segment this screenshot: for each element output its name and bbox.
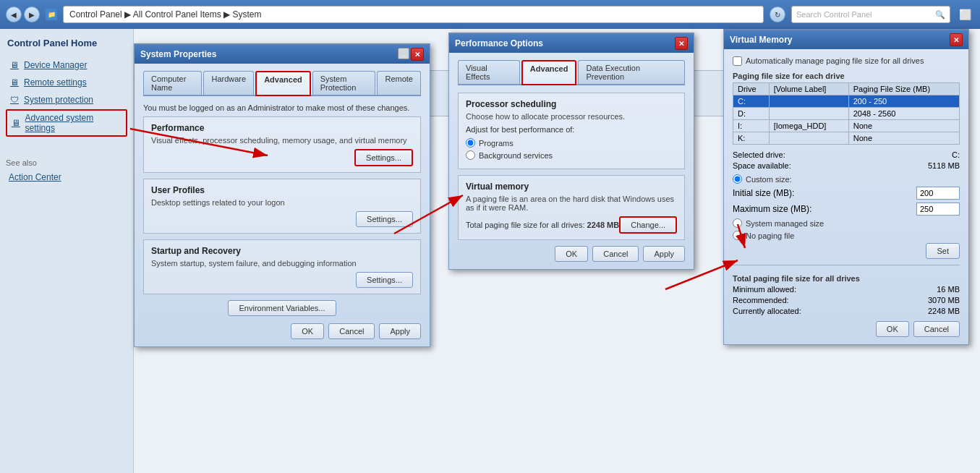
tab-perf-advanced[interactable]: Advanced [521,60,577,85]
sidebar-label-advanced-settings: Advanced system settings [25,113,123,133]
perf-opts-button-row: OK Cancel Apply [458,246,685,262]
virtual-memory-title: Virtual memory [466,182,677,192]
startup-title: Startup and Recovery [151,246,413,256]
drive-row-k[interactable]: K: None [733,132,960,145]
currently-allocated-label: Currently allocated: [733,307,801,315]
min-allowed-row: Minimum allowed: 16 MB [733,285,960,294]
action-center-label: Action Center [9,172,61,182]
sidebar-item-action-center[interactable]: Action Center [6,170,127,184]
user-profiles-desc: Desktop settings related to your logon [151,198,413,207]
sys-props-apply-button[interactable]: Apply [379,323,421,339]
search-box[interactable]: Search Control Panel 🔍 [791,6,950,23]
sys-props-title: System Properties [140,49,216,59]
perf-ok-button[interactable]: OK [555,246,588,262]
forward-button[interactable]: ▶ [24,7,40,22]
drive-k: K: [733,132,770,145]
startup-desc: System startup, system failure, and debu… [151,259,413,268]
initial-size-row: Initial size (MB): [733,187,960,200]
breadcrumb[interactable]: Control Panel ▶ All Control Panel Items … [63,6,764,23]
back-button[interactable]: ◀ [6,7,22,22]
radio-background[interactable] [466,150,475,160]
sidebar-item-device-manager[interactable]: 🖥 Device Manager [6,57,127,73]
title-bar: ◀ ▶ 📁 Control Panel ▶ All Control Panel … [0,0,980,29]
tab-system-protection[interactable]: System Protection [312,71,376,95]
virt-mem-cancel-button[interactable]: Cancel [913,321,960,337]
virtual-memory-dialog: Virtual Memory ✕ Automatically manage pa… [723,29,969,345]
virt-mem-ok-button[interactable]: OK [876,321,909,337]
env-vars-button[interactable]: Environment Variables... [228,300,336,316]
performance-settings-button[interactable]: Settings... [354,149,413,166]
radio-custom-size[interactable] [733,174,742,184]
sidebar-item-advanced-settings[interactable]: 🖥 Advanced system settings [6,109,127,137]
auto-manage-row: Automatically manage paging file size fo… [733,56,960,66]
sidebar-item-system-protection[interactable]: 🛡 System protection [6,92,127,108]
total-paging-label: Total paging file size for all drives: [466,221,584,229]
currently-allocated-value: 2248 MB [928,307,960,315]
paging-size-title: Paging file size for each drive [733,72,960,80]
set-button[interactable]: Set [926,243,960,259]
label-i: [Iomega_HDD] [769,120,848,132]
radio-background-row: Background services [466,150,677,160]
selected-drive-row: Selected drive: C: [733,150,960,159]
refresh-button[interactable]: ↻ [770,7,785,22]
drive-c: C: [733,95,770,108]
virt-mem-close[interactable]: ✕ [950,33,963,46]
size-c: 200 - 250 [848,95,959,108]
min-allowed-value: 16 MB [937,285,960,294]
see-also-label: See also [6,158,127,167]
tab-remote[interactable]: Remote [377,71,421,95]
radio-no-paging[interactable] [733,231,742,240]
user-profiles-settings-button[interactable]: Settings... [356,211,413,227]
min-allowed-label: Minimum allowed: [733,285,796,294]
startup-settings-button[interactable]: Settings... [356,272,413,288]
initial-size-input[interactable] [916,187,960,200]
total-paging-section-title: Total paging file size for all drives [733,274,960,283]
system-properties-dialog: System Properties _ ✕ Computer Name Hard… [134,43,430,347]
drive-row-c[interactable]: C: 200 - 250 [733,95,960,108]
sys-props-ok-button[interactable]: OK [291,323,324,339]
change-button[interactable]: Change... [619,216,677,234]
sidebar-item-remote-settings[interactable]: 🖥 Remote settings [6,74,127,90]
perf-opts-tab-bar: Visual Effects Advanced Data Execution P… [458,60,685,85]
drive-i: I: [733,120,770,132]
size-k: None [848,132,959,145]
search-icon: 🔍 [935,10,945,20]
auto-manage-checkbox[interactable] [733,56,742,66]
perf-cancel-button[interactable]: Cancel [592,246,639,262]
size-d: 2048 - 2560 [848,108,959,120]
drive-d: D: [733,108,770,120]
max-size-input[interactable] [916,203,960,216]
sys-props-minimize[interactable]: _ [398,48,409,59]
tab-computer-name[interactable]: Computer Name [143,71,202,95]
window-maximize-icon: ⬜ [956,9,974,20]
performance-desc: Visual effects, processor scheduling, me… [151,136,413,145]
radio-system-managed[interactable] [733,218,742,228]
performance-options-dialog: Performance Options ✕ Visual Effects Adv… [448,33,694,270]
sys-props-window-controls: _ ✕ [398,48,424,61]
performance-title: Performance [151,123,413,133]
custom-size-row: Custom size: [733,174,960,184]
total-paging-row: Total paging file size for all drives: 2… [466,221,619,229]
tab-visual-effects[interactable]: Visual Effects [458,60,520,84]
virt-mem-content: Automatically manage paging file size fo… [724,49,968,344]
sys-props-close[interactable]: ✕ [411,48,424,61]
perf-apply-button[interactable]: Apply [643,246,685,262]
sys-props-cancel-button[interactable]: Cancel [328,323,375,339]
recommended-row: Recommended: 3070 MB [733,296,960,304]
drive-row-d[interactable]: D: 2048 - 2560 [733,108,960,120]
drive-row-i[interactable]: I: [Iomega_HDD] None [733,120,960,132]
drive-col-header: Drive [733,83,770,95]
tab-advanced[interactable]: Advanced [255,71,311,96]
perf-opts-close[interactable]: ✕ [675,37,688,50]
initial-size-label: Initial size (MB): [733,188,794,198]
radio-programs[interactable] [466,138,475,148]
see-also-section: See also Action Center [6,158,127,184]
processor-scheduling-desc: Choose how to allocate processor resourc… [466,112,677,121]
refresh-area: ↻ [770,7,785,22]
recommended-label: Recommended: [733,296,789,304]
advanced-settings-icon: 🖥 [10,117,22,129]
tab-dep[interactable]: Data Execution Prevention [578,60,685,84]
tab-hardware[interactable]: Hardware [203,71,254,95]
custom-size-label: Custom size: [746,175,792,184]
sys-props-titlebar: System Properties _ ✕ [135,45,430,64]
